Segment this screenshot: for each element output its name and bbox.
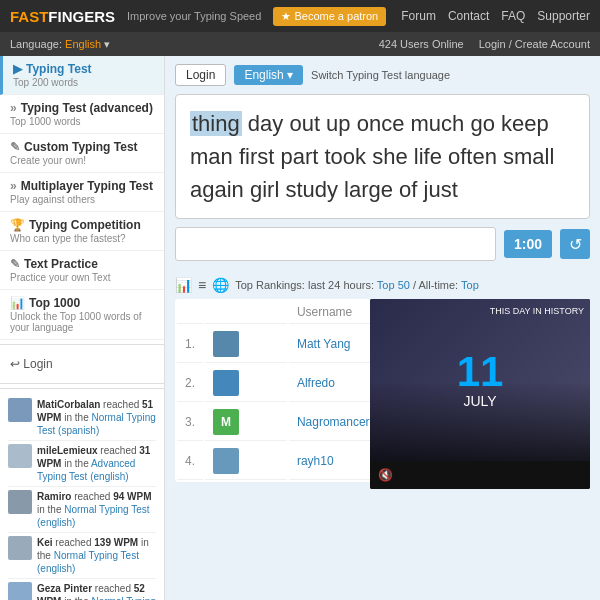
top-navbar: FAST FINGERS Improve your Typing Speed ★… — [0, 0, 600, 32]
typing-advanced-icon: » — [10, 101, 17, 115]
patron-button[interactable]: ★ Become a patron — [273, 7, 386, 26]
activity-text: Kei reached 139 WPM in the Normal Typing… — [37, 536, 156, 575]
video-month: JULY — [457, 393, 504, 409]
multiplayer-sub: Play against others — [10, 194, 154, 205]
rank-number: 2. — [177, 365, 203, 402]
sidebar-item-text-practice[interactable]: ✎ Text Practice Practice your own Text — [0, 251, 164, 290]
col-avatar — [205, 301, 287, 324]
nav-faq[interactable]: FAQ — [501, 9, 525, 23]
rank-avatar-cell — [205, 443, 287, 480]
rank-avatar: M — [213, 409, 239, 435]
reset-button[interactable]: ↺ — [560, 229, 590, 259]
activity-item: Geza Pinter reached 52 WPM in the Normal… — [8, 579, 156, 600]
custom-test-icon: ✎ — [10, 140, 20, 154]
sidebar-item-typing-advanced[interactable]: » Typing Test (advanced) Top 1000 words — [0, 95, 164, 134]
activity-feed: MatiCorbalan reached 51 WPM in the Norma… — [0, 388, 164, 600]
rankings-header: 📊 ≡ 🌐 Top Rankings: last 24 hours: Top 5… — [175, 277, 590, 293]
video-bottom-bar: 🔇 — [370, 461, 590, 489]
sidebar-item-multiplayer[interactable]: » Multiplayer Typing Test Play against o… — [0, 173, 164, 212]
subbar-right: 424 Users Online Login / Create Account — [379, 38, 590, 50]
sub-navbar: Language: English ▾ 424 Users Online Log… — [0, 32, 600, 56]
sidebar-item-top1000[interactable]: 📊 Top 1000 Unlock the Top 1000 words of … — [0, 290, 164, 340]
competition-label: Typing Competition — [29, 218, 141, 232]
activity-avatar — [8, 490, 32, 514]
site-logo[interactable]: FAST FINGERS — [10, 8, 115, 25]
mute-icon[interactable]: 🔇 — [378, 468, 393, 482]
custom-test-label: Custom Typing Test — [24, 140, 138, 154]
video-overlay: THIS DAY IN HISTORY 11 JULY 🔇 — [370, 299, 590, 489]
nav-supporter[interactable]: Supporter — [537, 9, 590, 23]
rank-number: 1. — [177, 326, 203, 363]
alltime-link[interactable]: Top — [461, 279, 479, 291]
nav-forum[interactable]: Forum — [401, 9, 436, 23]
typing-test-sub: Top 200 words — [13, 77, 154, 88]
highlighted-word: thing — [190, 111, 242, 136]
rank-avatar — [213, 331, 239, 357]
top1000-icon: 📊 — [10, 296, 25, 310]
rankings-section: 📊 ≡ 🌐 Top Rankings: last 24 hours: Top 5… — [165, 269, 600, 600]
chart-icon[interactable]: 📊 — [175, 277, 192, 293]
tagline: Improve your Typing Speed — [127, 10, 261, 22]
text-practice-label: Text Practice — [24, 257, 98, 271]
login-link[interactable]: Login / Create Account — [479, 38, 590, 50]
content-top: Login English ▾ Switch Typing Test langu… — [165, 56, 600, 269]
language-bar: Login English ▾ Switch Typing Test langu… — [175, 64, 590, 86]
typing-advanced-sub: Top 1000 words — [10, 116, 154, 127]
nav-contact[interactable]: Contact — [448, 9, 489, 23]
col-rank — [177, 301, 203, 324]
language-dropdown[interactable]: English ▾ — [234, 65, 303, 85]
activity-item: Ramiro reached 94 WPM in the Normal Typi… — [8, 487, 156, 533]
video-date: 11 JULY — [457, 351, 504, 409]
content-area: Login English ▾ Switch Typing Test langu… — [165, 56, 600, 600]
typing-test-icon: ▶ — [13, 62, 22, 76]
top1000-label: Top 1000 — [29, 296, 80, 310]
sidebar-item-typing-test[interactable]: ▶ Typing Test Top 200 words — [0, 56, 164, 95]
rank-avatar — [213, 370, 239, 396]
sidebar: ▶ Typing Test Top 200 words » Typing Tes… — [0, 56, 165, 600]
activity-item: Kei reached 139 WPM in the Normal Typing… — [8, 533, 156, 579]
multiplayer-label: Multiplayer Typing Test — [21, 179, 153, 193]
activity-text: Ramiro reached 94 WPM in the Normal Typi… — [37, 490, 156, 529]
video-day: 11 — [457, 351, 504, 393]
globe-icon[interactable]: 🌐 — [212, 277, 229, 293]
language-selector[interactable]: Language: English ▾ — [10, 38, 110, 51]
activity-text: MatiCorbalan reached 51 WPM in the Norma… — [37, 398, 156, 437]
typing-input[interactable] — [175, 227, 496, 261]
rank-avatar-cell — [205, 365, 287, 402]
sidebar-divider — [0, 344, 164, 345]
activity-avatar — [8, 536, 32, 560]
rank-number: 4. — [177, 443, 203, 480]
rank-avatar-cell: M — [205, 404, 287, 441]
video-title-text: THIS DAY IN HISTORY — [490, 306, 584, 316]
rank-avatar-cell — [205, 326, 287, 363]
sidebar-item-competition[interactable]: 🏆 Typing Competition Who can type the fa… — [0, 212, 164, 251]
users-online: 424 Users Online — [379, 38, 464, 50]
activity-text: mileLemieux reached 31 WPM in the Advanc… — [37, 444, 156, 483]
video-title: THIS DAY IN HISTORY — [490, 305, 584, 318]
rankings-content: Username 1. Matt Yang 2. Alfredo — [175, 299, 590, 482]
timer-display: 1:00 — [504, 230, 552, 258]
list-icon[interactable]: ≡ — [198, 277, 206, 293]
activity-item: MatiCorbalan reached 51 WPM in the Norma… — [8, 395, 156, 441]
sidebar-item-custom-test[interactable]: ✎ Custom Typing Test Create your own! — [0, 134, 164, 173]
multiplayer-icon: » — [10, 179, 17, 193]
language-chevron: ▾ — [104, 38, 110, 50]
logo-fingers: FINGERS — [48, 8, 115, 25]
language-label: Language: — [10, 38, 62, 50]
rank-number: 3. — [177, 404, 203, 441]
typing-display: thing day out up once much go keep man f… — [175, 94, 590, 219]
typing-text: day out up once much go keep man first p… — [190, 111, 554, 202]
logo-fast: FAST — [10, 8, 48, 25]
typing-advanced-label: Typing Test (advanced) — [21, 101, 153, 115]
rankings-title: Top Rankings: last 24 hours: Top 50 / Al… — [235, 279, 479, 291]
typing-test-label: Typing Test — [26, 62, 92, 76]
activity-avatar — [8, 582, 32, 600]
competition-icon: 🏆 — [10, 218, 25, 232]
sidebar-login[interactable]: ↩ Login — [0, 349, 164, 379]
top50-link[interactable]: Top 50 — [377, 279, 410, 291]
video-image: THIS DAY IN HISTORY 11 JULY — [370, 299, 590, 461]
switch-label: Switch Typing Test language — [311, 69, 450, 81]
text-practice-icon: ✎ — [10, 257, 20, 271]
login-button[interactable]: Login — [175, 64, 226, 86]
activity-text: Geza Pinter reached 52 WPM in the Normal… — [37, 582, 156, 600]
